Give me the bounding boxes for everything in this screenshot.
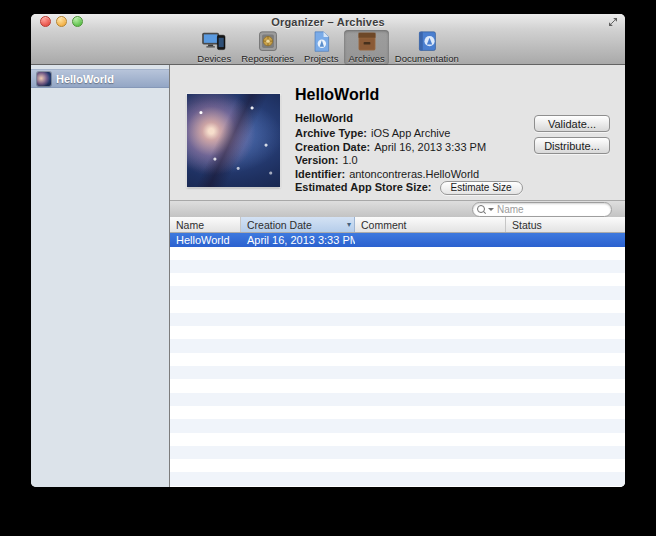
sidebar-item-helloworld[interactable]: HelloWorld bbox=[31, 69, 169, 88]
column-header-status[interactable]: Status bbox=[506, 217, 625, 232]
archive-title: HelloWorld bbox=[295, 86, 523, 104]
archive-subtitle: HelloWorld bbox=[295, 112, 523, 124]
field-value: iOS App Archive bbox=[371, 127, 451, 141]
field-label: Identifier: bbox=[295, 168, 345, 182]
archives-icon bbox=[350, 31, 384, 53]
close-button[interactable] bbox=[40, 16, 51, 27]
field-label: Version: bbox=[295, 154, 338, 168]
minimize-button[interactable] bbox=[56, 16, 67, 27]
zoom-button[interactable] bbox=[72, 16, 83, 27]
archive-image bbox=[187, 94, 280, 187]
table-row-helloworld[interactable]: HelloWorld April 16, 2013 3:33 PM bbox=[170, 233, 625, 247]
organizer-window: Organizer – Archives Devices bbox=[31, 14, 625, 487]
estimated-size-field: Estimated App Store Size: Estimate Size bbox=[295, 181, 523, 195]
field-value: antoncontreras.HelloWorld bbox=[349, 168, 479, 182]
column-header-creation-date[interactable]: Creation Date ▾ bbox=[241, 217, 355, 232]
cell-creation-date: April 16, 2013 3:33 PM bbox=[241, 234, 355, 246]
toolbar-item-label: Archives bbox=[348, 53, 384, 64]
main-pane: HelloWorld HelloWorld Archive Type: iOS … bbox=[170, 65, 625, 487]
toolbar-item-projects[interactable]: Projects bbox=[300, 30, 342, 65]
sidebar-item-label: HelloWorld bbox=[56, 73, 114, 85]
field-label: Archive Type: bbox=[295, 127, 367, 141]
archives-sidebar: HelloWorld bbox=[31, 65, 170, 487]
window-content: HelloWorld HelloWorld HelloWorld Archive… bbox=[31, 65, 625, 487]
title-bar[interactable]: Organizer – Archives bbox=[31, 14, 625, 29]
field-value: 1.0 bbox=[342, 154, 357, 168]
projects-icon bbox=[304, 31, 338, 53]
sort-descending-icon: ▾ bbox=[347, 221, 351, 229]
identifier-field: Identifier: antoncontreras.HelloWorld bbox=[295, 168, 523, 182]
archive-info: HelloWorld HelloWorld Archive Type: iOS … bbox=[295, 86, 523, 195]
archive-actions: Validate... Distribute... bbox=[534, 115, 610, 154]
organizer-toolbar: Devices Repositories Projects bbox=[31, 29, 625, 65]
cell-name: HelloWorld bbox=[170, 234, 241, 246]
estimate-size-button[interactable]: Estimate Size bbox=[440, 181, 523, 195]
toolbar-item-label: Devices bbox=[197, 53, 231, 64]
archive-thumbnail-icon bbox=[37, 72, 51, 86]
toolbar-item-label: Projects bbox=[304, 53, 338, 64]
toolbar-item-label: Repositories bbox=[241, 53, 294, 64]
column-header-name[interactable]: Name bbox=[170, 217, 241, 232]
version-field: Version: 1.0 bbox=[295, 154, 523, 168]
field-label: Estimated App Store Size: bbox=[295, 181, 432, 195]
fullscreen-icon[interactable] bbox=[608, 17, 618, 27]
table-header: Name Creation Date ▾ Comment Status bbox=[170, 217, 625, 233]
column-header-label: Creation Date bbox=[247, 219, 312, 231]
field-value: April 16, 2013 3:33 PM bbox=[374, 141, 486, 155]
validate-button[interactable]: Validate... bbox=[534, 115, 610, 132]
search-input[interactable] bbox=[497, 204, 607, 215]
filter-bar bbox=[170, 200, 625, 217]
devices-icon bbox=[197, 31, 231, 53]
archive-type-field: Archive Type: iOS App Archive bbox=[295, 127, 523, 141]
archives-table-body: HelloWorld April 16, 2013 3:33 PM bbox=[170, 233, 625, 487]
creation-date-field: Creation Date: April 16, 2013 3:33 PM bbox=[295, 141, 523, 155]
distribute-button[interactable]: Distribute... bbox=[534, 137, 610, 154]
search-icon[interactable] bbox=[477, 205, 494, 213]
toolbar-item-devices[interactable]: Devices bbox=[193, 30, 235, 65]
column-header-comment[interactable]: Comment bbox=[355, 217, 506, 232]
toolbar-item-archives[interactable]: Archives bbox=[344, 30, 388, 65]
traffic-lights bbox=[40, 16, 83, 27]
documentation-icon bbox=[410, 31, 444, 53]
toolbar-item-label: Documentation bbox=[395, 53, 459, 64]
repositories-icon bbox=[251, 31, 285, 53]
window-title: Organizer – Archives bbox=[271, 16, 385, 28]
archive-detail-pane: HelloWorld HelloWorld Archive Type: iOS … bbox=[170, 65, 625, 200]
toolbar-item-documentation[interactable]: Documentation bbox=[391, 30, 463, 65]
toolbar-item-repositories[interactable]: Repositories bbox=[237, 30, 298, 65]
field-label: Creation Date: bbox=[295, 141, 370, 155]
search-field[interactable] bbox=[472, 202, 612, 217]
